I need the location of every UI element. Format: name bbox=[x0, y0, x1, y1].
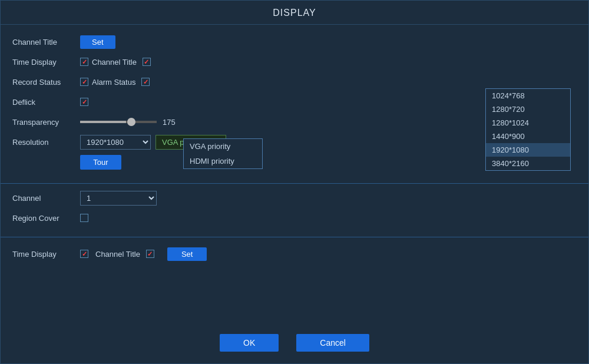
region-cover-label: Region Cover bbox=[12, 214, 80, 223]
channel-title-row: Channel Title Set bbox=[12, 34, 577, 49]
dialog-title: DISPLAY bbox=[1, 1, 588, 24]
channel-label: Channel bbox=[12, 194, 80, 203]
dd-item-hdmi[interactable]: HDMI priority bbox=[184, 154, 262, 168]
channel-title-label: Channel Title bbox=[12, 38, 80, 47]
time-channel-group: Channel Title bbox=[80, 58, 151, 67]
time-display-row-2: Time Display Channel Title Set bbox=[12, 246, 577, 262]
channel-select[interactable]: 1 2 3 4 bbox=[80, 191, 157, 206]
record-alarm-group: Alarm Status bbox=[80, 78, 150, 87]
channel-title-label-3: Channel Title bbox=[95, 250, 140, 259]
deflick-checkbox[interactable] bbox=[80, 98, 88, 106]
section2: Channel 1 2 3 4 Region Cover bbox=[1, 187, 588, 234]
set-button-2[interactable]: Set bbox=[167, 247, 207, 261]
record-status-row: Record Status Alarm Status bbox=[12, 74, 577, 90]
channel-row: Channel 1 2 3 4 bbox=[12, 190, 577, 206]
section-divider-2 bbox=[1, 237, 588, 237]
res-item-1280-720[interactable]: 1280*720 bbox=[486, 102, 570, 116]
region-cover-row: Region Cover bbox=[12, 210, 577, 226]
deflick-label: Deflick bbox=[12, 98, 80, 107]
slider-container: 175 bbox=[80, 118, 176, 127]
record-status-checkbox[interactable] bbox=[80, 78, 88, 86]
channel-title-checkbox-2[interactable] bbox=[146, 250, 154, 258]
time-channel-set-group: Channel Title Set bbox=[80, 247, 207, 261]
dd-item-vga[interactable]: VGA priority bbox=[184, 139, 262, 154]
transparency-slider[interactable] bbox=[80, 121, 157, 123]
time-display-label-2: Time Display bbox=[12, 250, 80, 259]
cancel-button[interactable]: Cancel bbox=[296, 334, 369, 352]
priority-dropdown-open: VGA priority HDMI priority bbox=[183, 138, 263, 169]
ok-button[interactable]: OK bbox=[220, 334, 279, 352]
res-item-3840[interactable]: 3840*2160 bbox=[486, 157, 570, 170]
tour-button[interactable]: Tour bbox=[80, 155, 121, 170]
section-divider-1 bbox=[1, 183, 588, 184]
transparency-label: Transparency bbox=[12, 118, 80, 127]
time-display-row: Time Display Channel Title bbox=[12, 54, 577, 70]
res-item-1440[interactable]: 1440*900 bbox=[486, 130, 570, 143]
title-divider bbox=[1, 24, 588, 25]
alarm-status-label: Alarm Status bbox=[92, 78, 135, 87]
bottom-bar: OK Cancel bbox=[1, 334, 588, 352]
res-item-1920[interactable]: 1920*1080 bbox=[486, 143, 570, 157]
alarm-status-checkbox[interactable] bbox=[141, 78, 150, 86]
channel-title-sub-label: Channel Title bbox=[92, 58, 137, 67]
res-item-1024[interactable]: 1024*768 bbox=[486, 89, 570, 102]
resolution-label: Resolution bbox=[12, 138, 80, 147]
resolution-listbox: 1024*768 1280*720 1280*1024 1440*900 192… bbox=[485, 88, 571, 171]
time-display-checkbox[interactable] bbox=[80, 58, 88, 66]
res-item-1280-1024[interactable]: 1280*1024 bbox=[486, 116, 570, 130]
section3: Time Display Channel Title Set bbox=[1, 240, 588, 272]
time-display-label: Time Display bbox=[12, 58, 80, 67]
region-cover-checkbox[interactable] bbox=[80, 214, 88, 222]
transparency-value: 175 bbox=[163, 118, 176, 127]
time-display-checkbox-2[interactable] bbox=[80, 250, 88, 258]
channel-title-checkbox[interactable] bbox=[143, 58, 151, 66]
record-status-label: Record Status bbox=[12, 78, 80, 87]
section1: Channel Title Set Time Display Channel T… bbox=[1, 29, 588, 180]
resolution-select[interactable]: 1920*1080 1024*768 1280*720 1280*1024 14… bbox=[80, 135, 151, 150]
display-dialog: DISPLAY Channel Title Set Time Display C… bbox=[0, 0, 589, 364]
set-button-1[interactable]: Set bbox=[80, 35, 115, 49]
